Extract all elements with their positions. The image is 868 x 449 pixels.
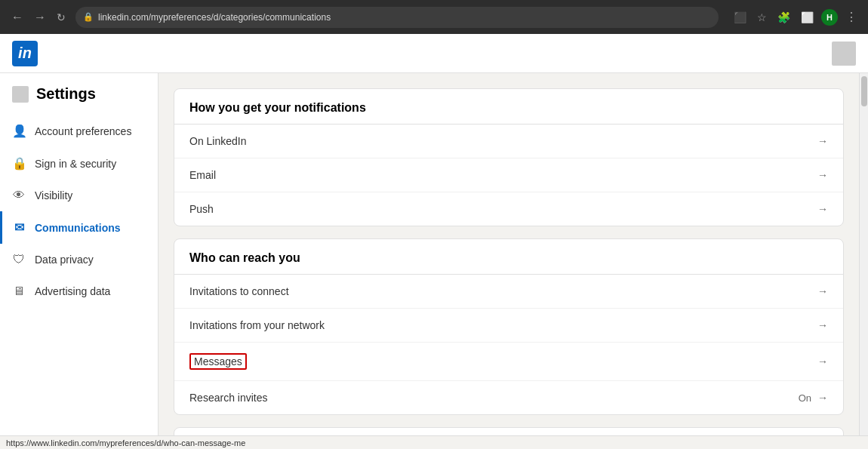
browser-nav-buttons: ← → ↻ [8, 10, 69, 25]
main-layout: Settings 👤 Account preferences 🔒 Sign in… [0, 73, 868, 449]
item-left: Email [189, 169, 216, 181]
account-preferences-icon: 👤 [12, 124, 26, 138]
visibility-icon: 👁 [12, 189, 26, 202]
reach-section-title: Who can reach you [174, 239, 843, 275]
push-label: Push [189, 203, 214, 215]
data-privacy-icon: 🛡 [12, 253, 26, 266]
research-invites-item[interactable]: Research invites On → [174, 381, 843, 414]
sidebar-item-data-privacy[interactable]: 🛡 Data privacy [0, 244, 158, 275]
header-right [832, 42, 856, 66]
lock-icon: 🔒 [83, 12, 94, 22]
sidebar-item-communications[interactable]: ✉ Communications [0, 211, 158, 244]
email-label: Email [189, 169, 216, 181]
browser-profile-avatar[interactable]: H [821, 9, 838, 26]
item-left: Messages [189, 353, 247, 370]
invitations-network-arrow: → [817, 319, 828, 331]
url-text: linkedin.com/mypreferences/d/categories/… [98, 12, 331, 23]
status-bar: https://www.linkedin.com/mypreferences/d… [0, 435, 868, 449]
sidebar-item-visibility[interactable]: 👁 Visibility [0, 180, 158, 211]
reach-section: Who can reach you Invitations to connect… [174, 238, 844, 415]
notifications-section-title: How you get your notifications [174, 89, 843, 125]
sidebar-item-sign-in-security[interactable]: 🔒 Sign in & security [0, 147, 158, 180]
item-left: Research invites [189, 392, 268, 404]
sidebar-item-account-preferences[interactable]: 👤 Account preferences [0, 115, 158, 147]
sidebar-item-advertising-data[interactable]: 🖥 Advertising data [0, 275, 158, 307]
invitations-connect-label: Invitations to connect [189, 285, 289, 297]
item-right: → [817, 319, 828, 331]
invitations-network-label: Invitations from your network [189, 319, 325, 331]
research-invites-arrow: → [817, 392, 828, 404]
cast-button[interactable]: ⬛ [731, 10, 749, 25]
sign-in-security-icon: 🔒 [12, 156, 26, 171]
back-button[interactable]: ← [8, 10, 27, 25]
sidebar-title: Settings [0, 85, 158, 115]
notifications-section: How you get your notifications On Linked… [174, 88, 844, 226]
on-linkedin-item[interactable]: On LinkedIn → [174, 125, 843, 158]
item-right: → [817, 355, 828, 368]
invitations-connect-arrow: → [817, 285, 828, 297]
item-left: Invitations to connect [189, 285, 289, 297]
settings-icon-box [12, 86, 29, 103]
item-right: On → [799, 392, 828, 404]
item-right: → [817, 285, 828, 297]
linkedin-logo[interactable]: in [12, 41, 38, 66]
browser-menu-button[interactable]: ⋮ [842, 8, 860, 26]
on-linkedin-arrow: → [817, 135, 828, 147]
messages-label: Messages [189, 353, 247, 370]
research-invites-label: Research invites [189, 392, 268, 404]
bookmark-button[interactable]: ☆ [754, 10, 770, 25]
sidebar-item-label: Data privacy [35, 254, 94, 266]
communications-icon: ✉ [12, 220, 26, 235]
sidebar-item-label: Account preferences [35, 125, 131, 137]
status-url: https://www.linkedin.com/mypreferences/d… [6, 438, 245, 447]
invitations-connect-item[interactable]: Invitations to connect → [174, 275, 843, 309]
email-arrow: → [817, 169, 828, 181]
sidebar-item-label: Visibility [35, 189, 72, 201]
item-right: → [817, 169, 828, 181]
browser-actions: ⬛ ☆ 🧩 ⬜ H ⋮ [731, 8, 860, 26]
header-avatar[interactable] [832, 42, 856, 66]
content-area: How you get your notifications On Linked… [159, 73, 859, 449]
push-item[interactable]: Push → [174, 192, 843, 226]
address-bar[interactable]: 🔒 linkedin.com/mypreferences/d/categorie… [75, 7, 719, 28]
sidebar-item-label: Communications [35, 222, 121, 234]
push-arrow: → [817, 203, 828, 215]
on-linkedin-label: On LinkedIn [189, 135, 247, 147]
sidebar-title-text: Settings [36, 85, 96, 103]
sidebar-item-label: Sign in & security [35, 158, 116, 170]
item-left: On LinkedIn [189, 135, 247, 147]
reload-button[interactable]: ↻ [53, 11, 69, 24]
invitations-network-item[interactable]: Invitations from your network → [174, 309, 843, 343]
item-right: → [817, 135, 828, 147]
scrollbar-thumb [861, 76, 867, 106]
page-scrollbar[interactable] [859, 73, 868, 449]
sidebar-item-label: Advertising data [35, 285, 110, 297]
browser-chrome: ← → ↻ 🔒 linkedin.com/mypreferences/d/cat… [0, 0, 868, 34]
item-left: Invitations from your network [189, 319, 325, 331]
sidebar-toggle-button[interactable]: ⬜ [798, 10, 817, 25]
messages-arrow: → [817, 355, 828, 368]
item-left: Push [189, 203, 214, 215]
sidebar: Settings 👤 Account preferences 🔒 Sign in… [0, 73, 159, 449]
messages-item[interactable]: Messages → [174, 343, 843, 381]
extensions-button[interactable]: 🧩 [774, 10, 793, 25]
linkedin-header: in [0, 34, 868, 73]
research-invites-status: On [799, 392, 811, 404]
forward-button[interactable]: → [30, 10, 50, 25]
advertising-data-icon: 🖥 [12, 284, 26, 298]
item-right: → [817, 203, 828, 215]
email-item[interactable]: Email → [174, 158, 843, 192]
